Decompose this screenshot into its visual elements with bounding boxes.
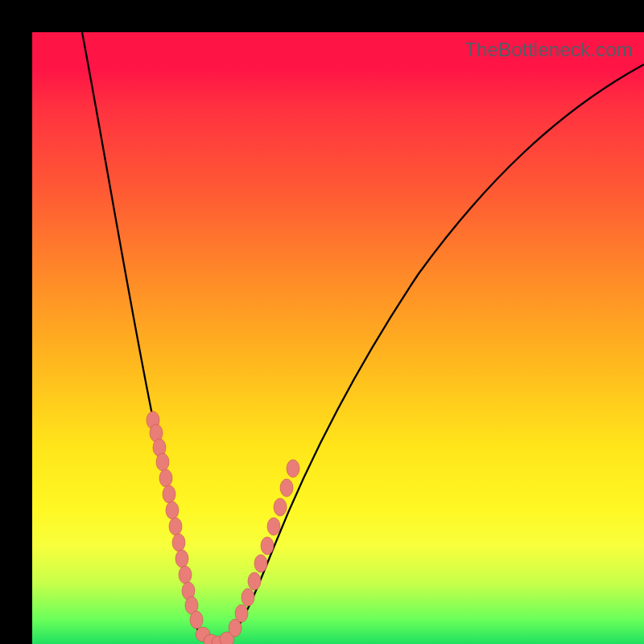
svg-point-25 <box>274 498 287 516</box>
svg-point-20 <box>242 588 254 606</box>
svg-point-26 <box>280 479 293 497</box>
svg-point-6 <box>166 502 179 519</box>
svg-point-10 <box>179 566 192 584</box>
plot-area: TheBottleneck.com <box>32 32 644 644</box>
svg-point-22 <box>254 555 267 572</box>
chart-frame: TheBottleneck.com <box>0 0 644 644</box>
svg-point-27 <box>287 460 299 477</box>
svg-point-19 <box>235 605 248 622</box>
sample-dots <box>147 411 299 644</box>
svg-point-9 <box>175 550 188 568</box>
svg-point-21 <box>248 572 261 590</box>
svg-point-24 <box>267 518 280 535</box>
svg-point-7 <box>169 518 182 535</box>
curve-path <box>82 32 644 643</box>
svg-point-4 <box>159 469 172 487</box>
svg-point-8 <box>172 534 185 551</box>
svg-point-3 <box>156 453 169 471</box>
svg-point-5 <box>163 485 175 503</box>
svg-point-23 <box>261 537 274 555</box>
svg-point-13 <box>190 611 203 629</box>
bottleneck-curve <box>32 32 644 644</box>
